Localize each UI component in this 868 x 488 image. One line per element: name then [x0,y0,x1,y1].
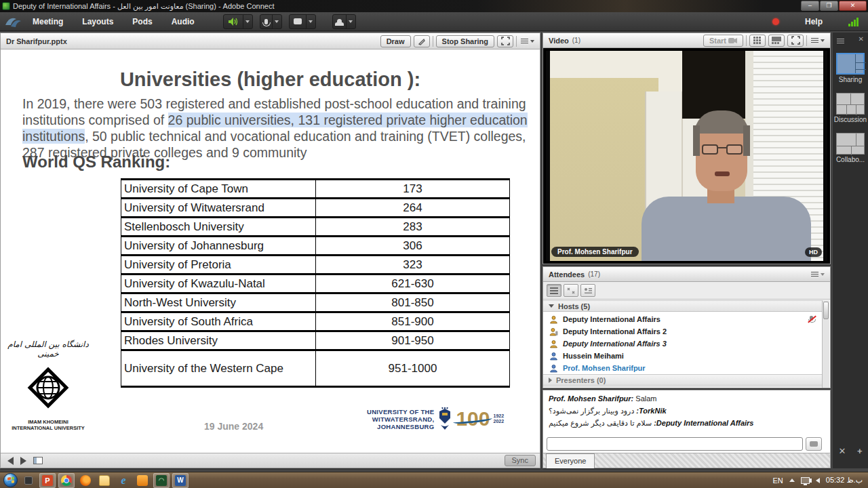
attendee-status-view-button[interactable] [580,284,595,297]
layouts-close-icon[interactable]: ✕ [859,35,864,45]
speaker-dropdown[interactable] [243,15,252,28]
raise-hand-dropdown[interactable] [346,15,355,28]
participants-group-label: Participants (12) [556,388,614,389]
table-row: University of Kwazulu-Natal621-630 [121,274,510,293]
presenters-group-header[interactable]: Presenters (0) [543,374,823,386]
share-pod-header: Dr Sharifpur.pptx Draw Stop Sharing [1,33,540,49]
menu-audio[interactable]: Audio [162,12,204,31]
university-cell: University of Kwazulu-Natal [121,274,316,293]
taskbar-firefox-icon[interactable] [77,473,94,488]
fullscreen-icon [791,36,800,45]
taskbar-powerpoint-icon[interactable]: P [39,473,56,488]
minimize-button[interactable]: – [801,1,819,11]
attendees-scrollbar[interactable] [822,300,829,388]
presenters-group-label: Presenters (0) [556,376,606,384]
attendee-row[interactable]: Hussein Meihami [543,350,823,362]
breakout-view-button[interactable] [564,284,578,297]
taskbar-adobe-connect-icon[interactable]: ◠ [153,473,170,488]
scrollbar-thumb[interactable] [823,302,829,319]
chat-text: درود وبینار برگزار نمی‌شود؟ [549,407,636,415]
menu-meeting[interactable]: Meeting [23,12,73,31]
grid-view-button[interactable] [749,35,766,47]
taskbar-ie-icon[interactable]: e [115,473,132,488]
layout-sharing-thumbnail[interactable] [836,53,865,75]
show-hidden-icons-button[interactable] [789,479,795,482]
menu-pods[interactable]: Pods [123,12,161,31]
previous-slide-button[interactable] [7,457,14,465]
wits-logo: UNIVERSITY OF THE WITWATERSRAND, JOHANNE… [367,407,530,430]
attendee-name: Prof. Mohsen Sharifpur [563,364,646,372]
taskbar-office-icon[interactable] [134,473,151,488]
layout-discussion-label[interactable]: Discussion [833,116,868,123]
speaker-button[interactable] [223,14,253,29]
send-message-button[interactable] [806,437,822,451]
tab-everyone[interactable]: Everyone [546,453,595,468]
clock[interactable]: 05:32 ب.ظ [826,476,863,485]
maximize-button[interactable]: ❐ [820,1,838,11]
hosts-group-header[interactable]: Hosts (5) [543,300,823,312]
menu-bar: Meeting Layouts Pods Audio Help [0,12,868,31]
language-indicator[interactable]: EN [773,476,783,485]
table-row: University of South Africa851-900 [121,312,510,331]
start-webcam-button[interactable]: Start [703,35,743,47]
layout-collaboration-thumbnail[interactable] [836,133,865,155]
attendees-pod-menu-button[interactable] [810,268,826,281]
ikiu-caption-line2: INTERNATIONAL UNIVERSITY [12,425,85,431]
chat-input[interactable] [547,437,803,451]
delete-layout-button[interactable]: ✕ [838,446,846,456]
table-row: University of the Western Cape951-1000 [121,350,510,387]
rank-cell: 851-900 [316,312,510,331]
layout-collaboration-label[interactable]: Collabo... [833,156,868,163]
webcam-button[interactable] [289,14,316,29]
stop-sharing-button[interactable]: Stop Sharing [436,35,494,47]
add-layout-button[interactable]: + [857,446,863,456]
taskbar-pinned-app-icon[interactable] [20,473,37,488]
microphone-button[interactable] [260,14,282,29]
webcam-dropdown[interactable] [306,15,315,28]
video-fullscreen-button[interactable] [787,35,804,47]
close-button[interactable]: ✕ [839,1,867,11]
university-cell: University of Pretoria [121,256,316,274]
chevron-down-icon [349,20,353,23]
grid-view-icon [753,37,762,45]
chat-input-row [543,435,830,453]
help-menu[interactable]: Help [805,17,823,26]
volume-icon[interactable] [816,478,820,483]
layout-sharing-label[interactable]: Sharing [833,76,868,83]
video-pod-menu-button[interactable] [810,35,826,47]
chat-sender: TorkNik: [636,407,666,415]
university-cell: University of Cape Town [121,180,316,199]
attendee-row[interactable]: Prof. Mohsen Sharifpur [543,362,823,374]
chevron-down-icon [821,39,825,42]
layout-discussion-thumbnail[interactable] [836,93,865,115]
university-cell: Rhodes University [121,331,316,350]
next-slide-button[interactable] [20,457,26,465]
sidebar-toggle-button[interactable] [33,457,43,464]
attendee-row[interactable]: Deputy International Affairs [543,313,823,325]
filmstrip-view-button[interactable] [768,35,785,47]
menu-layouts[interactable]: Layouts [73,12,123,31]
chevron-down-icon [245,20,250,23]
wits-line1: UNIVERSITY OF THE [367,408,434,415]
raise-hand-button[interactable] [332,14,356,29]
taskbar-word-icon[interactable]: W [172,473,189,488]
attendee-row[interactable]: Deputy International Affairs 2 [543,325,823,338]
pointer-button[interactable] [414,35,430,47]
host-icon [549,315,558,324]
layouts-menu-icon[interactable] [837,37,844,45]
attendees-pod: Attendees (17) Hosts (5) [542,266,831,388]
attendee-row[interactable]: Deputy International Affairs 3 [543,338,823,350]
sync-button[interactable]: Sync [505,455,536,466]
taskbar-chrome-icon[interactable] [58,473,75,488]
participants-group-header[interactable]: Participants (12) [543,386,823,388]
share-pod-menu-button[interactable] [519,35,536,47]
fullscreen-button[interactable] [497,35,513,47]
chat-message: TorkNik: درود وبینار برگزار نمی‌شود؟ [549,407,823,415]
draw-button[interactable]: Draw [380,35,411,47]
start-button[interactable] [3,473,18,487]
taskbar-explorer-icon[interactable] [96,473,113,488]
attendee-list-view-button[interactable] [547,284,561,297]
start-label: Start [709,35,726,46]
microphone-dropdown[interactable] [272,15,281,28]
video-count: (1) [572,37,580,44]
